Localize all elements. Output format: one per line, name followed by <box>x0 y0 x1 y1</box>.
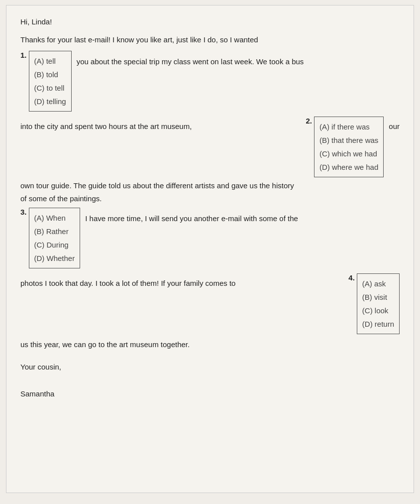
q2-number: 2. <box>306 117 312 125</box>
q2-right: 2. (A) if there was (B) that there was (… <box>306 117 400 177</box>
narrative3: us this year, we can go to the art museu… <box>20 338 400 351</box>
narrative1: own tour guide. The guide told us about … <box>20 179 400 205</box>
q2-box: (A) if there was (B) that there was (C) … <box>314 117 384 177</box>
q3-option-c: (C) During <box>34 238 75 252</box>
intro-line: Thanks for your last e-mail! I know you … <box>20 34 400 46</box>
q1-option-d: (D) telling <box>34 95 66 108</box>
q2-option-a: (A) if there was <box>319 120 378 133</box>
q3-continuation: I have more time, I will send you anothe… <box>85 208 400 225</box>
q2-section: into the city and spent two hours at the… <box>20 117 400 177</box>
q3-section: 3. (A) When (B) Rather (C) During (D) Wh… <box>20 208 400 268</box>
closing: Your cousin, Samantha <box>20 360 400 400</box>
q3-option-a: (A) When <box>34 211 75 225</box>
q1-option-c: (C) to tell <box>34 81 66 95</box>
q2-left-text: into the city and spent two hours at the… <box>20 117 301 132</box>
q1-left: 1. (A) tell (B) told (C) to tell (D) tel… <box>20 51 72 112</box>
q3-continuation-text: I have more time, I will send you anothe… <box>85 214 298 223</box>
q3-option-d: (D) Whether <box>34 252 75 265</box>
bridge2-text: photos I took that day. I took a lot of … <box>20 279 235 287</box>
q4-option-a: (A) ask <box>362 277 394 290</box>
page-container: Hi, Linda! Thanks for your last e-mail! … <box>6 5 414 493</box>
q2-after: our <box>389 122 400 130</box>
q1-number: 1. <box>20 51 27 59</box>
q4-number: 4. <box>348 273 355 282</box>
intro-text: Thanks for your last e-mail! I know you … <box>20 35 258 44</box>
q2-after-text: our <box>384 117 400 132</box>
q2-option-c: (C) which we had <box>319 147 378 160</box>
q2-option-b: (B) that there was <box>319 133 378 147</box>
q4-option-b: (B) visit <box>362 290 394 304</box>
closing-line1: Your cousin, <box>20 360 400 374</box>
narrative2-text: of some of the paintings. <box>20 194 102 203</box>
q4-right: 4. (A) ask (B) visit (C) look (D) return <box>348 273 400 334</box>
q3-number: 3. <box>20 208 27 216</box>
bridge1-text: into the city and spent two hours at the… <box>20 122 192 130</box>
q1-continuation: you about the special trip my class went… <box>77 51 400 68</box>
q1-box: (A) tell (B) told (C) to tell (D) tellin… <box>29 51 72 112</box>
q4-section: photos I took that day. I took a lot of … <box>20 273 400 334</box>
q3-left: 3. (A) When (B) Rather (C) During (D) Wh… <box>20 208 80 268</box>
q2-option-d: (D) where we had <box>319 160 378 174</box>
greeting-text: Hi, Linda! <box>20 17 52 26</box>
q4-option-c: (C) look <box>362 304 394 317</box>
q1-option-a: (A) tell <box>34 54 66 68</box>
q4-option-d: (D) return <box>362 317 394 331</box>
narrative3-text: us this year, we can go to the art museu… <box>20 340 190 349</box>
greeting: Hi, Linda! <box>20 17 400 26</box>
q4-box: (A) ask (B) visit (C) look (D) return <box>357 273 400 334</box>
q4-left-text: photos I took that day. I took a lot of … <box>20 273 343 289</box>
narrative1-text: own tour guide. The guide told us about … <box>20 181 294 190</box>
q1-section: 1. (A) tell (B) told (C) to tell (D) tel… <box>20 51 400 112</box>
q1-option-b: (B) told <box>34 68 66 81</box>
closing-line2: Samantha <box>20 387 400 400</box>
q1-continuation-text: you about the special trip my class went… <box>77 57 304 66</box>
q3-option-b: (B) Rather <box>34 225 75 238</box>
q3-box: (A) When (B) Rather (C) During (D) Wheth… <box>29 208 81 268</box>
